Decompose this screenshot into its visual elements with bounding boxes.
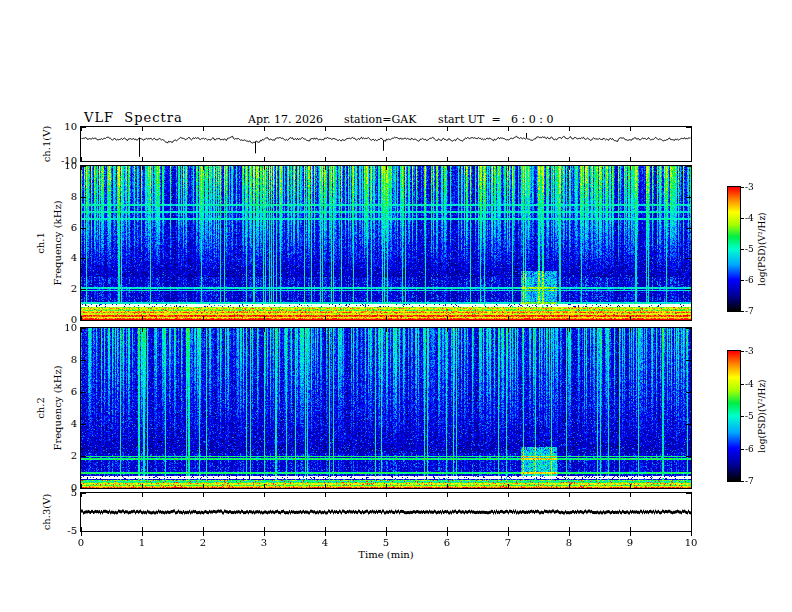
time-tick-outward bbox=[142, 532, 143, 536]
ch2-spectrogram-ytick-tick bbox=[81, 392, 86, 393]
ch2-spectrogram-ytick-tick bbox=[81, 488, 86, 489]
colorbar-tick-label: -7 bbox=[745, 306, 769, 316]
ch2-channel-label: ch.2 bbox=[35, 397, 46, 419]
time-tick-inward bbox=[630, 166, 631, 170]
time-tick-label: 4 bbox=[314, 537, 336, 548]
time-tick-inward bbox=[81, 527, 82, 531]
ch2-spectrogram-ytick: 4 bbox=[51, 418, 77, 430]
time-tick-inward bbox=[142, 157, 143, 161]
time-tick-label: 6 bbox=[436, 537, 458, 548]
time-tick-inward bbox=[264, 127, 265, 131]
ch1-spectrogram-ytick-tick bbox=[81, 197, 86, 198]
colorbar-tick bbox=[741, 384, 744, 385]
time-tick-inward bbox=[691, 493, 692, 497]
colorbar-tick-label: -3 bbox=[745, 346, 769, 356]
time-tick-inward bbox=[142, 127, 143, 131]
ch2-spectrogram-panel bbox=[80, 327, 692, 489]
ch1-voltage-ytick: 10 bbox=[51, 121, 77, 133]
ch1-spectrogram-ytick-tick bbox=[686, 320, 691, 321]
ch2-spectrogram-ytick: 6 bbox=[51, 386, 77, 398]
colorbar-tick bbox=[741, 311, 744, 312]
time-tick-inward bbox=[325, 127, 326, 131]
ch1-spectrogram-ytick: 8 bbox=[51, 191, 77, 203]
time-tick-outward bbox=[203, 532, 204, 536]
ch2-spectrogram-ytick-tick bbox=[686, 488, 691, 489]
time-tick-inward bbox=[447, 493, 448, 497]
time-tick-inward bbox=[203, 527, 204, 531]
time-tick-outward bbox=[325, 532, 326, 536]
time-tick-inward bbox=[386, 493, 387, 497]
time-tick-inward bbox=[325, 166, 326, 170]
time-tick-inward bbox=[386, 316, 387, 320]
ch1-frequency-axis-label: Frequency (kHz) bbox=[52, 200, 63, 285]
colorbar-tick-label: -6 bbox=[745, 444, 769, 454]
time-tick-inward bbox=[630, 493, 631, 497]
ch1-spectrogram-ytick-tick bbox=[81, 228, 86, 229]
time-tick-inward bbox=[203, 166, 204, 170]
time-tick-label: 3 bbox=[253, 537, 275, 548]
time-tick-label: 7 bbox=[497, 537, 519, 548]
time-tick-inward bbox=[325, 316, 326, 320]
ch1-spectrogram-ytick: 2 bbox=[51, 283, 77, 295]
time-tick-inward bbox=[508, 484, 509, 488]
time-tick-inward bbox=[142, 328, 143, 332]
time-tick-inward bbox=[630, 527, 631, 531]
ch1-spectrogram-ytick-tick bbox=[686, 228, 691, 229]
ch2-spectrogram-ytick-tick bbox=[686, 456, 691, 457]
ch1-spectrogram-panel bbox=[80, 165, 692, 321]
time-tick-inward bbox=[447, 127, 448, 131]
time-tick-inward bbox=[386, 527, 387, 531]
time-tick-inward bbox=[508, 157, 509, 161]
time-tick-label: 9 bbox=[619, 537, 641, 548]
time-tick-inward bbox=[203, 157, 204, 161]
ch1-voltage-ytick-tick bbox=[686, 161, 691, 162]
time-tick-inward bbox=[447, 157, 448, 161]
figure-start-ut: start UT = 6 : 0 : 0 bbox=[438, 113, 554, 126]
ch3-voltage-ytick: -5 bbox=[51, 525, 77, 537]
time-tick-inward bbox=[447, 527, 448, 531]
ch2-spectrogram-heatmap bbox=[81, 328, 691, 488]
colorbar-tick-label: -5 bbox=[745, 411, 769, 421]
figure-station: station=GAK bbox=[344, 113, 416, 126]
time-tick-inward bbox=[325, 157, 326, 161]
time-tick-inward bbox=[264, 328, 265, 332]
colorbar-tick bbox=[741, 187, 744, 188]
time-tick-inward bbox=[691, 166, 692, 170]
time-tick-inward bbox=[81, 157, 82, 161]
ch1-spectrogram-ytick-tick bbox=[81, 320, 86, 321]
time-tick-inward bbox=[569, 127, 570, 131]
ch1-colorbar bbox=[727, 186, 741, 312]
time-tick-outward bbox=[81, 532, 82, 536]
colorbar-tick bbox=[741, 481, 744, 482]
figure-date: Apr. 17. 2026 bbox=[248, 113, 323, 126]
ch2-spectrogram-ytick-tick bbox=[81, 360, 86, 361]
time-tick-inward bbox=[325, 527, 326, 531]
time-tick-inward bbox=[325, 484, 326, 488]
colorbar-tick bbox=[741, 449, 744, 450]
ch2-spectrogram-ytick-tick bbox=[81, 456, 86, 457]
time-tick-inward bbox=[386, 127, 387, 131]
time-tick-inward bbox=[569, 166, 570, 170]
time-tick-inward bbox=[386, 166, 387, 170]
time-tick-outward bbox=[508, 532, 509, 536]
ch1-voltage-ytick-tick bbox=[81, 161, 86, 162]
time-tick-inward bbox=[569, 316, 570, 320]
time-tick-inward bbox=[81, 316, 82, 320]
time-tick-inward bbox=[142, 166, 143, 170]
time-tick-outward bbox=[264, 532, 265, 536]
time-tick-inward bbox=[569, 157, 570, 161]
vlf-spectra-figure: VLF Spectra Apr. 17. 2026 station=GAK st… bbox=[0, 0, 792, 612]
colorbar-tick bbox=[741, 218, 744, 219]
time-tick-inward bbox=[142, 316, 143, 320]
time-tick-outward bbox=[691, 532, 692, 536]
time-tick-inward bbox=[569, 484, 570, 488]
ch1-colorbar-gradient bbox=[728, 187, 740, 311]
time-tick-inward bbox=[630, 328, 631, 332]
colorbar-tick-label: -4 bbox=[745, 379, 769, 389]
time-tick-inward bbox=[203, 493, 204, 497]
time-tick-inward bbox=[264, 484, 265, 488]
time-tick-inward bbox=[569, 527, 570, 531]
time-tick-inward bbox=[203, 127, 204, 131]
time-tick-inward bbox=[569, 493, 570, 497]
time-tick-inward bbox=[264, 157, 265, 161]
